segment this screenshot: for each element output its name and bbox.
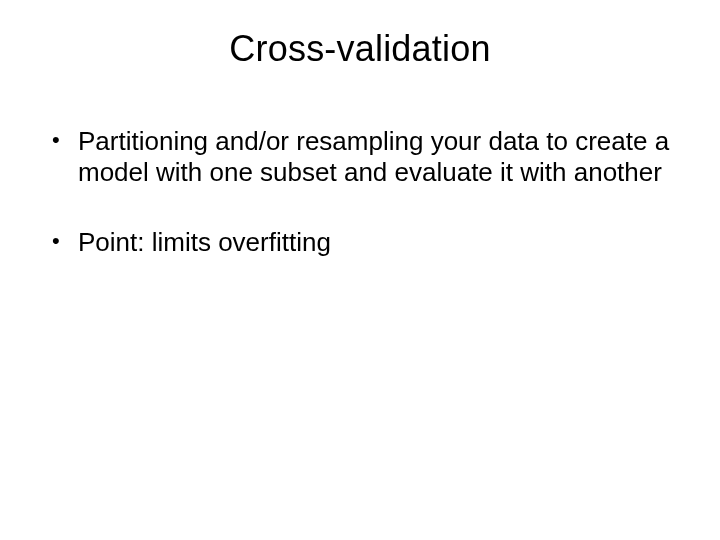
list-item: Partitioning and/or resampling your data… (48, 126, 682, 187)
slide: Cross-validation Partitioning and/or res… (0, 0, 720, 540)
slide-title: Cross-validation (38, 28, 682, 70)
list-item: Point: limits overfitting (48, 227, 682, 258)
bullet-list: Partitioning and/or resampling your data… (38, 126, 682, 258)
